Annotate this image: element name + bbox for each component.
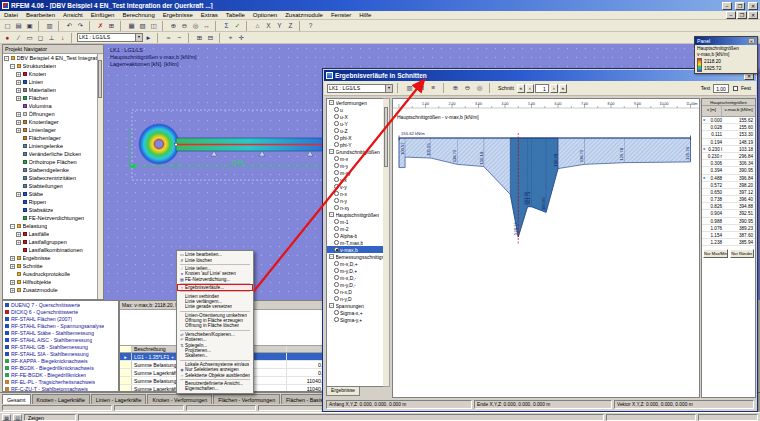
result-type-item[interactable]: m-xy — [327, 169, 389, 176]
result-navigator-scrollbar[interactable] — [383, 98, 390, 387]
expand-icon[interactable]: + — [16, 88, 21, 93]
result-table-row[interactable]: ►0.488396.84 — [702, 175, 755, 182]
new-icon[interactable]: ▢ — [2, 21, 13, 31]
section-number-field[interactable]: 1 — [535, 84, 549, 93]
zoom-all-icon[interactable]: ◎ — [474, 83, 485, 93]
scrollbar-thumb[interactable] — [384, 107, 388, 167]
tree-item[interactable]: Stabexzentrizitäten — [3, 174, 103, 182]
result-table-row[interactable]: 1.076389.23 — [702, 225, 755, 232]
tree-item[interactable]: +Knotenlager — [3, 118, 103, 126]
result-type-item[interactable]: n-y,D — [327, 295, 389, 302]
result-type-item[interactable]: phi-X — [327, 134, 389, 141]
result-table-row[interactable]: 0.306306.34 — [702, 160, 755, 167]
context-menu-item[interactable]: ≈Ergebnisverläufe... — [178, 285, 252, 290]
surface-icon[interactable]: ▭ — [24, 33, 35, 43]
tree-item[interactable]: +Lastfallgruppen — [3, 238, 103, 246]
collapse-icon[interactable]: − — [329, 100, 334, 105]
view-x-icon[interactable]: X — [263, 21, 274, 31]
module-item[interactable]: RF-STAHL SIA - Stahlbemessung — [3, 350, 118, 357]
expand-icon[interactable]: + — [16, 240, 21, 245]
settings-icon[interactable]: ≡ — [428, 83, 439, 93]
result-type-item[interactable]: m-y,D,- — [327, 281, 389, 288]
zoom-all-icon[interactable]: ◎ — [190, 21, 201, 31]
mdi-restore-button[interactable]: ❐ — [737, 11, 747, 19]
print-icon[interactable]: ▥ — [404, 83, 415, 93]
result-type-item[interactable]: m-x,D,+ — [327, 260, 389, 267]
result-type-item[interactable]: −Hauptschnittgrößen — [327, 211, 389, 218]
tree-item[interactable]: +Flächen — [3, 94, 103, 102]
result-type-item[interactable]: m-T,max,b — [327, 239, 389, 246]
zeigen-box[interactable]: Zeigen — [24, 414, 76, 421]
maximize-button[interactable]: ❐ — [735, 2, 745, 10]
result-table-row[interactable]: 0.650397.12 — [702, 189, 755, 196]
chevron-down-icon[interactable]: ▼ — [135, 34, 142, 41]
copy-icon[interactable]: ⊞ — [106, 21, 117, 31]
view-z-icon[interactable]: Z — [285, 21, 296, 31]
result-table-row[interactable]: 0.738396.40 — [702, 196, 755, 203]
result-table-row[interactable]: 0.111153.30 — [702, 131, 755, 138]
diagram-area[interactable]: 1.002.003.004.005.006.007.008.009.0010.0… — [392, 98, 700, 398]
result-type-item[interactable]: n-xy — [327, 204, 389, 211]
support-icon[interactable]: ⊥ — [46, 33, 57, 43]
collapse-icon[interactable]: − — [329, 303, 334, 308]
fixed-checkbox[interactable] — [733, 86, 738, 91]
menu-ansicht[interactable]: Ansicht — [59, 11, 87, 20]
expand-icon[interactable]: + — [16, 232, 21, 237]
module-item[interactable]: DUENQ 7 - Querschnittswerte — [3, 301, 118, 308]
result-type-item[interactable]: u-Z — [327, 127, 389, 134]
expand-icon[interactable]: + — [10, 288, 15, 293]
result-type-item[interactable]: v-x — [327, 176, 389, 183]
tree-item[interactable]: +Linienlager — [3, 126, 103, 134]
panel-icon[interactable]: ⊟ — [205, 33, 216, 43]
help-icon[interactable]: ? — [305, 21, 316, 31]
expand-icon[interactable]: + — [10, 256, 15, 261]
context-menu-item[interactable]: Linie gerade versetzen — [178, 304, 252, 309]
module-item[interactable]: RF-STAHL Flächen - Spannungsanalyse — [3, 322, 118, 329]
mdi-minimize-button[interactable]: – — [726, 11, 736, 19]
tree-item[interactable]: +Materialien — [3, 86, 103, 94]
module-item[interactable]: RF-KAPPA - Biegeknicknachweis — [3, 357, 118, 364]
redo-icon[interactable]: ↷ — [75, 21, 86, 31]
result-type-item[interactable]: u-Y — [327, 120, 389, 127]
menu-fenster[interactable]: Fenster — [327, 11, 355, 20]
expand-icon[interactable]: + — [10, 280, 15, 285]
result-type-item[interactable]: u-X — [327, 113, 389, 120]
result-type-item[interactable]: v-y — [327, 183, 389, 190]
tree-item[interactable]: Stabteilungen — [3, 182, 103, 190]
context-menu-item[interactable]: Öffnung in Fläche erzeugen — [178, 318, 252, 323]
context-menu-item[interactable]: ▦FE-Netzverdichtung... — [178, 277, 252, 282]
context-menu-item[interactable]: ✗Linie löschen — [178, 257, 252, 262]
module-item[interactable]: RF-STAHL GB - Stahlbemessung — [3, 343, 118, 350]
scrollbar-thumb[interactable] — [98, 60, 102, 98]
mesh-icon[interactable]: ◫ — [148, 21, 159, 31]
pan-icon[interactable]: ↔ — [201, 21, 212, 31]
result-table-row[interactable]: ►0.000155.62 — [702, 117, 755, 124]
menu-tabelle[interactable]: Tabelle — [222, 11, 249, 20]
table-tab-4[interactable]: Knoten - Verformungen — [147, 394, 212, 404]
zoom-in-icon[interactable]: ⊕ — [168, 21, 179, 31]
menu-extras[interactable]: Extras — [197, 11, 222, 20]
expand-icon[interactable]: + — [16, 96, 21, 101]
snap-toggle-icon[interactable]: ▦ — [2, 414, 11, 421]
tree-item[interactable]: Veränderliche Dicken — [3, 150, 103, 158]
panel-close-icon[interactable]: ✕ — [748, 38, 755, 44]
result-type-item[interactable]: n-x,D — [327, 288, 389, 295]
tree-item[interactable]: −Strukturdaten — [3, 62, 103, 70]
tree-item[interactable]: Stabendgelenke — [3, 166, 103, 174]
results-icon[interactable]: ✓ — [232, 21, 243, 31]
zoom-in-icon[interactable]: ⊕ — [450, 83, 461, 93]
collapse-icon[interactable]: − — [10, 64, 15, 69]
menu-bearbeiten[interactable]: Bearbeiten — [22, 11, 59, 20]
view-y-icon[interactable]: Y — [274, 21, 285, 31]
module-item[interactable]: RF-BGDK - Biegedrillknicknachweis — [3, 364, 118, 371]
tree-item[interactable]: +Öffnungen — [3, 110, 103, 118]
result-type-item[interactable]: phi-Y — [327, 141, 389, 148]
minimize-button[interactable]: – — [722, 2, 732, 10]
module-item[interactable]: RF-EL-PL - Tragsicherheitsnachweis — [3, 378, 118, 385]
collapse-icon[interactable]: − — [10, 224, 15, 229]
module-item[interactable]: DICKQ 6 - Querschnittswerte — [3, 308, 118, 315]
result-table-row[interactable]: 0.826394.88 — [702, 203, 755, 210]
result-type-item[interactable]: u — [327, 106, 389, 113]
tree-item[interactable]: −DBV Beispiel 4 EN_Test Integrat — [3, 54, 103, 62]
copy-icon[interactable]: ⊞ — [416, 83, 427, 93]
